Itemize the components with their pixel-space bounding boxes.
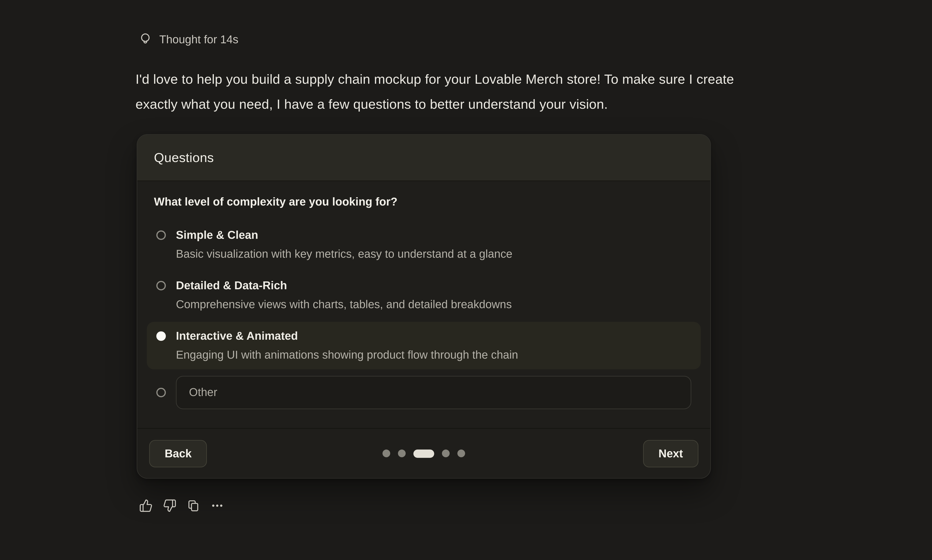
option-description: Engaging UI with animations showing prod… [176, 347, 518, 363]
message-line: I'd love to help you build a supply chai… [136, 67, 734, 92]
option-detailed-data-rich[interactable]: Detailed & Data-Rich Comprehensive views… [147, 271, 701, 319]
option-text: Interactive & Animated Engaging UI with … [176, 328, 518, 363]
pagination-dots [382, 449, 465, 458]
thumbs-down-icon [163, 499, 177, 512]
thumbs-up-icon [139, 499, 153, 512]
thumbs-up-button[interactable] [139, 499, 153, 512]
option-text: Detailed & Data-Rich Comprehensive views… [176, 278, 512, 312]
questions-card-body: What level of complexity are you looking… [137, 181, 710, 416]
pagination-dot [398, 449, 406, 457]
pagination-dot-active [413, 449, 434, 458]
copy-icon [187, 499, 200, 512]
option-other[interactable] [147, 372, 701, 415]
option-title: Simple & Clean [176, 228, 513, 243]
pagination-dot [442, 449, 450, 457]
thumbs-down-button[interactable] [163, 499, 177, 512]
option-title: Detailed & Data-Rich [176, 278, 512, 293]
radio-unselected-icon[interactable] [156, 230, 166, 240]
questions-card-footer: Back Next [137, 428, 710, 478]
option-interactive-animated[interactable]: Interactive & Animated Engaging UI with … [147, 322, 701, 369]
copy-button[interactable] [187, 499, 200, 512]
radio-selected-icon[interactable] [156, 331, 166, 341]
question-text: What level of complexity are you looking… [154, 195, 693, 208]
option-text: Simple & Clean Basic visualization with … [176, 228, 513, 262]
option-title: Interactive & Animated [176, 328, 518, 344]
lightbulb-icon [139, 32, 151, 48]
assistant-message: I'd love to help you build a supply chai… [136, 67, 734, 117]
thought-toggle[interactable]: Thought for 14s [139, 32, 238, 48]
radio-unselected-icon[interactable] [156, 388, 166, 397]
pagination-dot [458, 449, 465, 457]
thought-label: Thought for 14s [159, 33, 239, 46]
chat-message-area: Thought for 14s I'd love to help you bui… [0, 0, 932, 560]
option-description: Comprehensive views with charts, tables,… [176, 297, 512, 312]
option-simple-clean[interactable]: Simple & Clean Basic visualization with … [147, 221, 701, 268]
questions-card-header: Questions [137, 135, 710, 181]
message-actions-row [139, 499, 224, 512]
back-button[interactable]: Back [149, 440, 207, 467]
option-description: Basic visualization with key metrics, ea… [176, 246, 513, 262]
ellipsis-icon [210, 499, 224, 512]
questions-card: Questions What level of complexity are y… [137, 134, 711, 478]
radio-unselected-icon[interactable] [156, 281, 166, 291]
message-line: exactly what you need, I have a few ques… [136, 92, 734, 117]
more-options-button[interactable] [210, 499, 224, 512]
pagination-dot [382, 449, 390, 457]
next-button[interactable]: Next [643, 440, 698, 467]
other-option-input[interactable] [176, 376, 691, 409]
card-title: Questions [154, 150, 214, 165]
